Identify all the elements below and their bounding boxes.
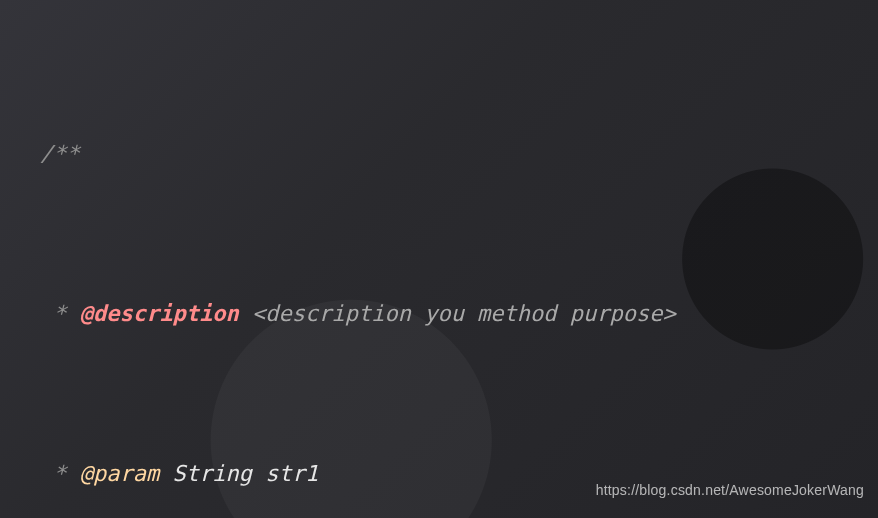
- param1-name: str1: [265, 461, 318, 486]
- tag-param: @param: [80, 461, 159, 486]
- watermark-text: https://blog.csdn.net/AwesomeJokerWang: [596, 470, 864, 510]
- description-text: <description you method purpose>: [252, 301, 676, 326]
- javadoc-star: *: [40, 461, 80, 486]
- code-block: /** * @description <description you meth…: [40, 14, 858, 518]
- param1-type: String: [172, 461, 251, 486]
- tag-description: @description: [80, 301, 239, 326]
- javadoc-star: *: [40, 301, 80, 326]
- javadoc-open: /**: [40, 141, 80, 166]
